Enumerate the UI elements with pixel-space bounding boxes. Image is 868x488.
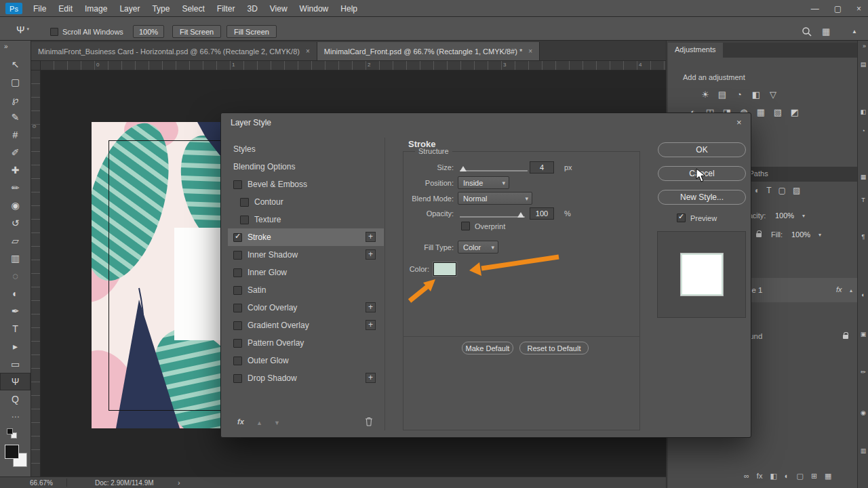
- checkbox-gradient-overlay[interactable]: [233, 321, 242, 330]
- menu-filter[interactable]: Filter: [211, 4, 241, 14]
- edit-toolbar-icon[interactable]: ⋯: [0, 412, 31, 422]
- crop-tool[interactable]: #: [0, 126, 31, 144]
- move-tool[interactable]: ↖: [0, 56, 31, 73]
- menu-image[interactable]: Image: [79, 4, 113, 14]
- add-stroke-icon[interactable]: +: [366, 232, 376, 242]
- restore-icon[interactable]: ▢: [834, 4, 842, 14]
- add-gradient-overlay-icon[interactable]: +: [366, 320, 376, 330]
- zoom-level[interactable]: 66.67%: [30, 479, 53, 487]
- dodge-tool[interactable]: ◐: [0, 285, 31, 302]
- move-effect-up-icon[interactable]: ▲: [256, 420, 262, 426]
- curves-icon[interactable]: ◔: [732, 87, 747, 101]
- marquee-tool[interactable]: ▢: [0, 73, 31, 91]
- swatches-panel-icon[interactable]: ◧: [858, 108, 868, 115]
- zoom-tool[interactable]: Q: [0, 390, 31, 408]
- history-brush-tool[interactable]: ↺: [0, 214, 31, 232]
- style-item-texture[interactable]: Texture: [228, 211, 384, 228]
- size-field[interactable]: 4: [530, 161, 554, 174]
- status-options-icon[interactable]: ›: [178, 479, 180, 487]
- navigator-panel-icon[interactable]: ▣: [858, 331, 868, 338]
- current-tool-icon[interactable]: Ψ ▾: [16, 22, 41, 37]
- character-panel-icon[interactable]: T: [858, 197, 868, 203]
- tab-close-icon[interactable]: ×: [306, 47, 310, 55]
- layers-panel-button-2[interactable]: fx: [757, 472, 763, 481]
- menu-layer[interactable]: Layer: [113, 4, 146, 14]
- style-item-outer-glow[interactable]: Outer Glow: [228, 352, 384, 369]
- fit-screen-button[interactable]: Fit Screen: [172, 25, 221, 38]
- delete-effect-icon[interactable]: [365, 417, 373, 429]
- opacity-value[interactable]: 100%: [775, 211, 794, 220]
- opacity-slider[interactable]: [460, 216, 525, 218]
- chevron-down-icon[interactable]: ▾: [802, 213, 805, 219]
- collapse-panel-icon[interactable]: »: [4, 43, 8, 50]
- brush-panel-icon[interactable]: ✏: [858, 369, 868, 375]
- blur-tool[interactable]: ◌: [0, 267, 31, 285]
- overprint-checkbox[interactable]: [461, 222, 470, 230]
- fill-value[interactable]: 100%: [791, 230, 810, 239]
- shape-tool[interactable]: ▭: [0, 355, 31, 373]
- invert-icon[interactable]: ◩: [787, 105, 802, 119]
- menu-select[interactable]: Select: [176, 4, 210, 14]
- brush-tool[interactable]: ✏: [0, 179, 31, 197]
- quick-selection-tool[interactable]: ✎: [0, 108, 31, 126]
- checkbox-satin[interactable]: [233, 286, 242, 295]
- checkbox-pattern-overlay[interactable]: [233, 339, 242, 348]
- add-color-overlay-icon[interactable]: +: [366, 302, 376, 312]
- menu-file[interactable]: File: [27, 4, 52, 14]
- blend-mode-dropdown[interactable]: Normal: [458, 192, 532, 205]
- layer-filter-icon-1[interactable]: ◐: [755, 186, 760, 195]
- default-colors-icon[interactable]: [7, 428, 13, 434]
- histogram-panel-icon[interactable]: ◐: [858, 291, 868, 298]
- minimize-icon[interactable]: —: [811, 4, 819, 14]
- opacity-slider-thumb[interactable]: [517, 212, 524, 218]
- fx-expander-icon[interactable]: ▴: [850, 287, 852, 293]
- panel-toggle-icon[interactable]: ▲: [852, 28, 857, 35]
- lasso-tool[interactable]: ℘: [0, 91, 31, 108]
- path-selection-tool[interactable]: ▸: [0, 338, 31, 355]
- layer-fx-badge[interactable]: fx: [836, 285, 842, 293]
- style-item-color-overlay[interactable]: Color Overlay+: [228, 299, 384, 317]
- checkbox-stroke[interactable]: [233, 233, 242, 242]
- blending-options-item[interactable]: Blending Options: [228, 158, 384, 176]
- eyedropper-tool[interactable]: ✐: [0, 144, 31, 161]
- search-icon[interactable]: [802, 26, 812, 39]
- reset-to-default-button[interactable]: Reset to Default: [519, 342, 589, 354]
- layers-panel-button-3[interactable]: ◧: [770, 472, 776, 481]
- checkbox-texture[interactable]: [240, 216, 249, 224]
- menu-help[interactable]: Help: [334, 4, 363, 14]
- menu-window[interactable]: Window: [294, 4, 335, 14]
- levels-icon[interactable]: ▤: [715, 87, 730, 101]
- eraser-tool[interactable]: ▱: [0, 232, 31, 249]
- document-tab-2[interactable]: MinimalCard_Front.psd @ 66.7% (Rectangle…: [317, 42, 540, 60]
- layer-filter-icon-2[interactable]: T: [766, 186, 771, 195]
- properties-panel-icon[interactable]: ◔: [858, 127, 868, 134]
- preview-checkbox[interactable]: [677, 214, 686, 222]
- close-icon[interactable]: ×: [856, 4, 861, 14]
- checkbox-inner-glow[interactable]: [233, 268, 242, 277]
- stroke-color-swatch[interactable]: [433, 262, 456, 276]
- layers-panel-button-4[interactable]: ◐: [785, 472, 789, 481]
- checkbox-color-overlay[interactable]: [233, 304, 242, 312]
- make-default-button[interactable]: Make Default: [462, 342, 513, 354]
- style-item-contour[interactable]: Contour: [228, 193, 384, 211]
- checkbox-drop-shadow[interactable]: [233, 374, 242, 383]
- style-item-inner-glow[interactable]: Inner Glow: [228, 264, 384, 281]
- spot-healing-tool[interactable]: ✚: [0, 161, 31, 179]
- color-lookup-icon[interactable]: ▧: [770, 105, 785, 119]
- tab-close-icon[interactable]: ×: [528, 47, 532, 55]
- layers-panel-button-7[interactable]: ▦: [825, 472, 831, 481]
- style-item-satin[interactable]: Satin: [228, 281, 384, 299]
- pen-tool[interactable]: ✒: [0, 302, 31, 320]
- style-item-bevel-emboss[interactable]: Bevel & Emboss: [228, 176, 384, 193]
- style-item-gradient-overlay[interactable]: Gradient Overlay+: [228, 317, 384, 334]
- menu-3d[interactable]: 3D: [241, 4, 263, 14]
- add-drop-shadow-icon[interactable]: +: [366, 373, 376, 383]
- workspace-switcher-icon[interactable]: ▦: [822, 26, 830, 37]
- checkbox-inner-shadow[interactable]: [233, 251, 242, 260]
- hand-tool[interactable]: Ψ: [0, 373, 31, 390]
- brightness-contrast-icon[interactable]: ☀: [698, 87, 713, 101]
- style-item-stroke[interactable]: Stroke+: [228, 228, 384, 246]
- fill-type-dropdown[interactable]: Color: [458, 241, 498, 253]
- type-tool[interactable]: T: [0, 320, 31, 338]
- layer-filter-icon-3[interactable]: ▢: [778, 186, 786, 195]
